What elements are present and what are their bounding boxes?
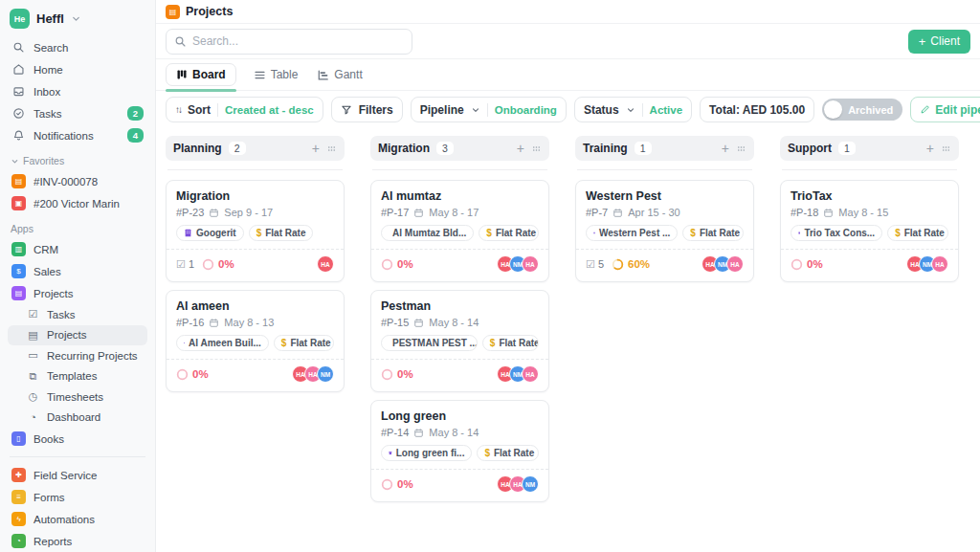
client-tag[interactable]: Trio Tax Cons... [791,225,882,241]
sidebar-item-inbox[interactable]: Inbox [8,80,147,102]
app-label: Books [33,433,64,445]
pipeline-value: Onboarding [495,104,557,116]
inbox-icon [11,85,26,98]
pipeline-select[interactable]: Pipeline Onboarding [411,97,567,122]
sidebar-item-dashboard[interactable]: ◔ Dashboard [8,408,147,429]
rate-tag[interactable]: $ Flat Rate [887,225,948,241]
avatar[interactable]: HA [522,255,539,273]
workspace-switcher[interactable]: He Heffl [8,7,147,36]
rate-tag[interactable]: $ Flat Rate [274,335,334,351]
dollar-icon: $ [256,228,262,238]
add-card-icon[interactable]: + [517,142,524,155]
divider [487,103,488,117]
calendar-icon [209,318,219,328]
avatar[interactable]: HA [726,255,744,273]
favorite-label: #200 Victor Marin [33,198,120,210]
tab-gantt[interactable]: Gantt [315,64,364,85]
sub-item-label: Timesheets [47,391,103,403]
status-select[interactable]: Status Active [574,97,692,122]
drag-handle-icon[interactable] [531,144,542,154]
add-client-button[interactable]: + Client [908,30,970,54]
sidebar-item-crm[interactable]: ▥ CRM [8,238,147,260]
divider [642,103,643,117]
favorites-section-header[interactable]: Favorites [8,146,147,170]
view-tabs: Board Table Gantt [156,59,980,91]
add-card-icon[interactable]: + [312,142,320,155]
sidebar-item-automations[interactable]: ϟ Automations [8,508,147,530]
project-card[interactable]: Al mumtaz #P-17 May 8 - 17 Al Mumtaz Bld… [370,180,549,282]
add-card-icon[interactable]: + [722,142,729,155]
project-card[interactable]: Long green #P-14 May 8 - 14 Long green f… [370,400,549,502]
sidebar-item-templates[interactable]: ⧉ Templates [8,366,147,387]
avatar[interactable]: HA [522,365,539,383]
client-tag[interactable]: Long green fi... [381,445,472,461]
card-footer: ☑ 5 60% HA NM HA [576,249,753,278]
projects-app-icon: ▤ [11,286,26,300]
card-id: #P-7 [586,207,608,218]
drag-handle-icon[interactable] [326,144,337,154]
progress-indicator: 0% [791,258,823,271]
card-id: #P-15 [381,317,409,328]
sidebar-item-project-tasks[interactable]: ☑ Tasks [8,304,147,325]
card-id: #P-23 [176,207,204,218]
drag-handle-icon[interactable] [736,144,746,154]
search-input-wrapper[interactable] [166,29,412,55]
column-title: Migration [378,142,430,155]
client-tag[interactable]: Western Pest ... [586,225,678,241]
rate-tag[interactable]: $ Flat Rate [479,225,539,241]
project-card[interactable]: Migration #P-23 Sep 9 - 17 Googerit $ [166,180,345,282]
sidebar-item-recurring-projects[interactable]: ▭ Recurring Projects [8,345,147,366]
task-count: ☑ 5 [586,258,604,271]
sidebar-item-home[interactable]: Home [8,58,147,80]
client-tag[interactable]: PESTMAN PEST ... [381,335,478,351]
field-service-app-icon: ✚ [11,468,26,482]
tab-board[interactable]: Board [166,63,236,86]
filters-button[interactable]: Filters [331,97,403,122]
sidebar-item-reports[interactable]: ◔ Reports [8,530,147,552]
search-input[interactable] [192,34,404,48]
sidebar-item-sales[interactable]: $ Sales [8,260,147,282]
avatar[interactable]: HA [317,255,334,273]
sub-item-label: Dashboard [47,411,100,423]
avatar[interactable]: HA [931,255,948,273]
project-card[interactable]: Pestman #P-15 May 8 - 14 PESTMAN PEST ..… [370,290,549,392]
project-card[interactable]: TrioTax #P-18 May 8 - 15 Trio Tax Cons..… [780,180,959,282]
sidebar-item-tasks[interactable]: Tasks 2 [8,102,147,124]
card-dates: May 8 - 17 [429,207,479,218]
rate-tag[interactable]: $ Flat Rate [249,225,314,241]
sidebar-item-projects-app[interactable]: ▤ Projects [8,282,147,304]
sidebar-item-forms[interactable]: ≡ Forms [8,486,147,508]
check-circle-icon [11,107,26,120]
drag-handle-icon[interactable] [941,144,951,154]
sidebar-item-search[interactable]: Search [8,36,147,58]
rate-tag[interactable]: $ Flat Rate [477,445,539,461]
sidebar-item-field-service[interactable]: ✚ Field Service [8,464,147,486]
sidebar-item-timesheets[interactable]: ◷ Timesheets [8,386,147,408]
favorite-item-contact[interactable]: ▣ #200 Victor Marin [8,192,147,214]
search-icon [11,41,26,54]
project-card[interactable]: Al ameen #P-16 May 8 - 13 Al Ameen Buil.… [166,290,345,392]
card-meta: #P-14 May 8 - 14 [381,427,539,438]
client-tag[interactable]: Al Mumtaz Bld... [381,225,474,241]
sidebar-item-projects[interactable]: ▤ Projects [8,325,147,346]
favorite-item-invoice[interactable]: ▤ #INV-000078 [8,170,147,192]
sort-button[interactable]: ↑↓ Sort Created at - desc [166,97,323,122]
card-meta: #P-7 Apr 15 - 30 [586,207,744,218]
card-dates: May 8 - 14 [429,317,479,328]
rate-tag[interactable]: $ Flat Rate [482,335,539,351]
avatar[interactable]: NM [317,365,334,383]
tab-table[interactable]: Table [252,64,301,85]
add-card-icon[interactable]: + [926,142,934,155]
archived-toggle[interactable]: Archived [822,99,902,121]
sub-item-label: Recurring Projects [47,350,138,362]
progress-indicator: 0% [176,368,209,381]
sidebar-item-books[interactable]: ▯ Books [8,428,147,450]
project-card[interactable]: Western Pest #P-7 Apr 15 - 30 Western Pe… [575,180,754,282]
rate-tag[interactable]: $ Flat Rate [682,225,744,241]
plus-icon: + [919,34,926,49]
sidebar-item-notifications[interactable]: Notifications 4 [8,124,147,146]
avatar[interactable]: NM [522,475,539,493]
edit-pipelines-button[interactable]: Edit pipelines [910,97,980,122]
client-tag[interactable]: Googerit [176,225,244,241]
client-tag[interactable]: Al Ameen Buil... [176,335,269,351]
